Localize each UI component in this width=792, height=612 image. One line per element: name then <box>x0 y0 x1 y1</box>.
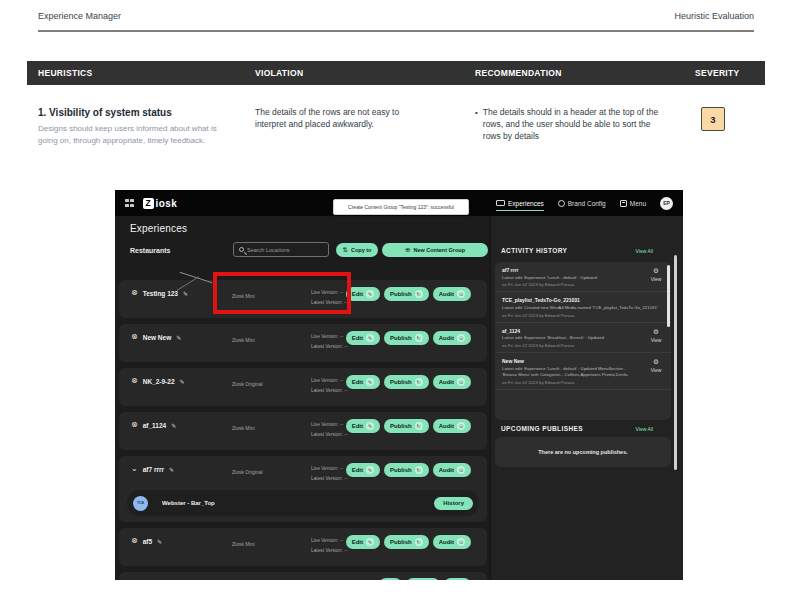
circle-x-icon[interactable]: ⊗ <box>131 537 138 545</box>
app-scrollbar[interactable] <box>674 255 677 470</box>
activity-body: Latest edit: Experience 'Lunch - default… <box>502 275 642 281</box>
live-version: Live Version: -- <box>311 536 347 546</box>
edit-pencil-icon[interactable]: ✎ <box>176 334 181 341</box>
publish-button[interactable]: Publish <box>406 578 440 580</box>
upcoming-empty-state: There are no upcoming publishes. <box>495 437 671 467</box>
publish-icon: ↻ <box>415 422 423 430</box>
restaurant-name: Testing 123 <box>143 290 178 297</box>
row-af-1124[interactable]: ⊗ af_1124 ✎ Ziosk Mini Live Version: -- … <box>119 412 487 450</box>
gear-icon[interactable]: ⚙ <box>645 328 667 336</box>
apps-grid-icon[interactable] <box>125 199 134 208</box>
location-sub-row[interactable]: TCB Webster - Bar_Top History <box>127 490 479 516</box>
view-link[interactable]: View <box>645 367 667 373</box>
edit-pencil-icon[interactable]: ✎ <box>180 378 185 385</box>
audit-icon: ⊙ <box>457 378 465 386</box>
edit-pencil-icon[interactable]: ✎ <box>183 290 188 297</box>
location-label: Webster - Bar_Top <box>162 500 215 506</box>
activity-item[interactable]: af_1124 Latest edit: Experience 'Breakfa… <box>495 323 671 353</box>
logo-wordmark: iosk <box>156 198 178 209</box>
upcoming-view-all-link[interactable]: View All <box>636 426 653 432</box>
audit-button[interactable]: Audit⊙ <box>433 287 471 301</box>
circle-x-icon[interactable]: ⊗ <box>131 377 138 385</box>
activity-panel: ACTIVITY HISTORY View All af7 rrrr Lates… <box>490 216 683 580</box>
live-version: Live Version: -- <box>311 420 347 430</box>
edit-button[interactable]: Edit✎ <box>346 331 380 345</box>
audit-button[interactable]: Audit⊙ <box>433 375 471 389</box>
row-af5[interactable]: ⊗ af5 ✎ Ziosk Mini Live Version: -- Late… <box>119 528 487 566</box>
nav-menu-label: Menu <box>630 200 646 207</box>
device-type: Ziosk Mini <box>232 425 255 431</box>
audit-button[interactable]: Audit⊙ <box>433 463 471 477</box>
history-button[interactable]: History <box>434 497 473 510</box>
latest-version: Latest Version: -- <box>311 342 347 352</box>
edit-button[interactable]: Edit✎ <box>346 375 380 389</box>
edit-button[interactable]: Edit✎ <box>346 287 380 301</box>
gear-icon[interactable]: ⚙ <box>645 358 667 366</box>
activity-view-all-link[interactable]: View All <box>636 248 653 254</box>
activity-item[interactable]: TCE_playlist_TedsTo-Go_221031 Latest edi… <box>495 292 671 322</box>
circle-x-icon[interactable]: ⊗ <box>131 421 138 429</box>
view-link[interactable]: View <box>645 337 667 343</box>
publish-button[interactable]: Publish↻ <box>384 535 429 549</box>
evaluation-table-header: HEURISTICS VIOLATION RECOMMENDATION SEVE… <box>27 61 765 85</box>
row-nk-2-9-22[interactable]: ⊗ NK_2-9-22 ✎ Ziosk Original Live Versio… <box>119 368 487 406</box>
edit-pencil-icon[interactable]: ✎ <box>169 466 174 473</box>
audit-button[interactable]: Audit⊙ <box>433 419 471 433</box>
device-type: Ziosk Mini <box>232 293 255 299</box>
circle-x-icon[interactable]: ⊗ <box>131 333 138 341</box>
heuristic-description: Designs should keep users informed about… <box>38 123 234 146</box>
chevron-down-icon[interactable]: ⌄ <box>131 465 138 473</box>
copy-to-button[interactable]: ⇅ Copy to <box>336 243 378 257</box>
publish-icon: ↻ <box>415 290 423 298</box>
gear-icon[interactable]: ⚙ <box>645 267 667 275</box>
recommendation-cell: • The details should in a header at the … <box>475 107 695 146</box>
activity-title: New New <box>502 358 642 364</box>
nav-experiences[interactable]: Experiences <box>496 200 544 211</box>
activity-date: on Fri Jun 02 2023 by Edward Peraza <box>502 380 642 385</box>
row-partial[interactable]: Edit Publish Audit <box>119 572 487 580</box>
row-testing-123[interactable]: ⊗ Testing 123 ✎ Ziosk Mini Live Version:… <box>119 280 487 318</box>
edit-pencil-icon[interactable]: ✎ <box>171 422 176 429</box>
user-avatar[interactable]: EP <box>660 197 673 210</box>
publish-button[interactable]: Publish↻ <box>384 419 429 433</box>
doc-header: Experience Manager Heuristic Evaluation <box>38 11 754 21</box>
nav-brand-config[interactable]: Brand Config <box>558 200 606 207</box>
page-title: Experiences <box>130 223 187 234</box>
edit-icon: ✎ <box>366 538 374 546</box>
violation-cell: The details of the rows are not easy to … <box>255 107 475 146</box>
row-new-new[interactable]: ⊗ New New ✎ Ziosk Mini Live Version: -- … <box>119 324 487 362</box>
edit-icon: ✎ <box>366 378 374 386</box>
activity-title: af_1124 <box>502 328 642 334</box>
row-af7-rrrr[interactable]: ⌄ af7 rrrr ✎ Ziosk Original Live Version… <box>119 456 487 522</box>
publish-button[interactable]: Publish↻ <box>384 331 429 345</box>
success-toast: Create Content Group "Testing 123": succ… <box>333 199 469 215</box>
restaurant-name: af_1124 <box>143 422 167 429</box>
search-input[interactable] <box>247 247 323 253</box>
activity-body: Latest edit: Created new WexAd Media nam… <box>502 305 664 311</box>
nav-brand-config-label: Brand Config <box>568 200 606 207</box>
audit-icon: ⊙ <box>457 422 465 430</box>
search-locations[interactable] <box>233 242 329 257</box>
new-content-group-button[interactable]: ⊕ New Content Group <box>382 243 488 257</box>
ziosk-logo: Z iosk <box>143 198 178 209</box>
activity-item[interactable]: New New Latest edit: Experience 'Lunch -… <box>495 353 671 390</box>
edit-pencil-icon[interactable]: ✎ <box>157 538 162 545</box>
view-link[interactable]: View <box>645 276 667 282</box>
edit-icon: ✎ <box>366 466 374 474</box>
nav-menu[interactable]: Menu <box>620 200 646 207</box>
audit-icon: ⊙ <box>457 290 465 298</box>
edit-button[interactable]: Edit✎ <box>346 419 380 433</box>
restaurant-name: New New <box>143 334 172 341</box>
edit-button[interactable]: Edit✎ <box>346 535 380 549</box>
circle-x-icon[interactable]: ⊗ <box>131 289 138 297</box>
audit-button[interactable]: Audit⊙ <box>433 535 471 549</box>
edit-button[interactable]: Edit <box>379 578 402 580</box>
publish-button[interactable]: Publish↻ <box>384 463 429 477</box>
publish-button[interactable]: Publish↻ <box>384 375 429 389</box>
publish-button[interactable]: Publish↻ <box>384 287 429 301</box>
activity-scrollbar[interactable] <box>667 265 670 327</box>
activity-item[interactable]: af7 rrrr Latest edit: Experience 'Lunch … <box>495 262 671 292</box>
edit-button[interactable]: Edit✎ <box>346 463 380 477</box>
audit-button[interactable]: Audit⊙ <box>433 331 471 345</box>
audit-button[interactable]: Audit <box>444 578 471 580</box>
